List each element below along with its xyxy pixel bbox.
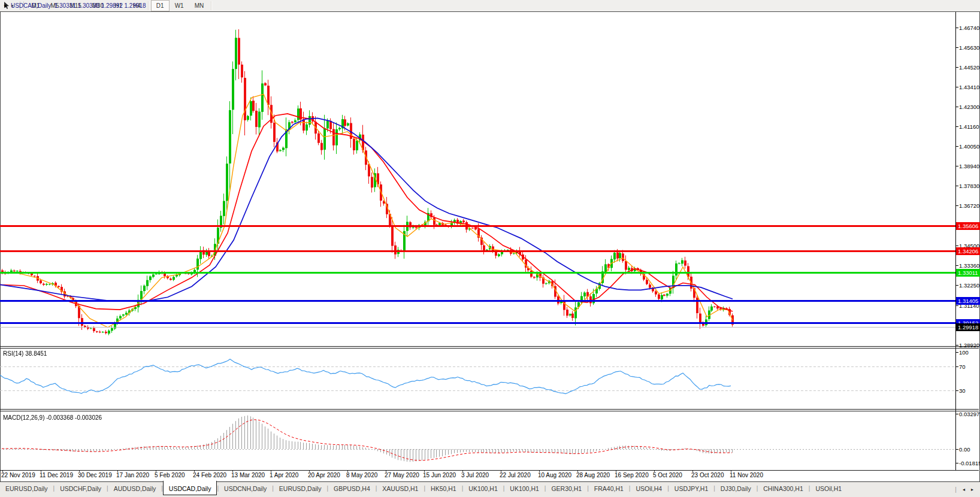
- date-label: 27 May 2020: [385, 472, 419, 478]
- date-label: 11 Dec 2019: [40, 472, 73, 478]
- chart-tab-xauusd-h1[interactable]: XAUUSD,H1: [377, 482, 424, 495]
- date-label: 23 Oct 2020: [691, 472, 724, 478]
- price-tickmark: [956, 246, 958, 246]
- date-label: 8 May 2020: [346, 472, 377, 478]
- price-tickmark: [956, 265, 958, 266]
- chart-tab-usoil-h1[interactable]: USOil,H1: [810, 482, 847, 495]
- chart-tab-usdcad-daily[interactable]: USDCAD,Daily: [163, 481, 217, 495]
- price-tickmark: [956, 205, 958, 206]
- toolbar-separator: [148, 1, 149, 10]
- hline-1.30152[interactable]: [0, 322, 955, 324]
- date-label: 1 Apr 2020: [270, 472, 298, 478]
- date-label: 22 Jul 2020: [500, 472, 531, 478]
- price-tick-label: 1.42300: [959, 104, 979, 110]
- hline-1.34206[interactable]: [0, 250, 955, 252]
- price-tickmark: [956, 87, 958, 87]
- date-label: 13 Mar 2020: [231, 472, 265, 478]
- indicator-tick-label: 30: [959, 387, 966, 394]
- mt4-app: { "toolbar": { "cursor_caret": "▾", "tim…: [0, 0, 980, 497]
- chart-tab-uk100-h1[interactable]: UK100,H1: [463, 482, 503, 495]
- price-tickmark: [956, 28, 958, 28]
- price-tickmark: [956, 345, 958, 346]
- price-tickmark: [956, 146, 958, 147]
- price-tickmark: [956, 47, 958, 48]
- chart-tab-usdcnh-daily[interactable]: USDCNH,Daily: [219, 482, 272, 495]
- price-tick-label: 1.28920: [959, 342, 979, 348]
- chart-tab-ger30-h1[interactable]: GER30,H1: [546, 482, 587, 495]
- date-label: 15 Jun 2020: [423, 472, 456, 478]
- indicator-tickmark: [956, 463, 958, 463]
- hline-1.35606[interactable]: [0, 225, 955, 227]
- price-tickmark: [956, 126, 958, 127]
- chart-tab-eurusd-daily[interactable]: EURUSD,Daily: [0, 482, 53, 495]
- date-label: 30 Dec 2019: [78, 472, 112, 478]
- chart-tab-hk50-h1[interactable]: HK50,H1: [425, 482, 462, 495]
- chart-tab-eurusd-daily[interactable]: EURUSD,Daily: [274, 482, 327, 495]
- chart-tab-dj30-daily[interactable]: DJ30,Daily: [715, 482, 757, 495]
- indicator-tick-label: 100: [959, 349, 969, 356]
- macd-indicator-canvas[interactable]: [0, 411, 955, 470]
- price-tick-label: 1.40050: [959, 143, 979, 150]
- indicator-tick-label: 70: [959, 363, 966, 370]
- tab-scroll-left-icon[interactable]: ◂: [960, 487, 968, 492]
- pane-separator[interactable]: [0, 348, 979, 348]
- indicator-tick-label: 0.032972: [959, 411, 980, 417]
- price-tick-label: 1.37830: [959, 183, 979, 189]
- indicator-tickmark: [956, 366, 958, 367]
- chart-tab-gbpusd-h4[interactable]: GBPUSD,H4: [328, 482, 376, 495]
- timeframe-toolbar: ▾ M1M5M15M30H1H4D1W1MN: [0, 0, 980, 12]
- rsi-label: RSI(14) 38.8451: [3, 350, 47, 357]
- date-label: 20 Apr 2020: [308, 472, 340, 478]
- pane-separator[interactable]: [0, 409, 979, 410]
- price-box-1.29918: 1.29918: [956, 323, 980, 331]
- macd-label: MACD(12,26,9) -0.003368 -0.003026: [3, 414, 102, 421]
- chart-ohlc-quotes: 1.30331 1.30338 1.29892 1.29918: [55, 2, 146, 9]
- indicator-tick-label: -0.01815: [959, 460, 980, 466]
- price-box-1.33011: 1.33011: [956, 269, 980, 277]
- price-tick-label: 1.44520: [959, 64, 979, 71]
- date-label: 16 Sep 2020: [615, 472, 649, 478]
- main-chart-canvas[interactable]: [0, 13, 955, 346]
- chart-tab-audusd-daily[interactable]: AUDUSD,Daily: [108, 482, 162, 495]
- price-tick-label: 1.38940: [959, 163, 979, 169]
- collapse-chart-icon[interactable]: ▼: [3, 4, 8, 9]
- chart-tab-china300-h1[interactable]: CHINA300,H1: [758, 482, 809, 495]
- indicator-tick-label: 0.00: [959, 446, 970, 453]
- price-box-1.35606: 1.35606: [956, 222, 980, 230]
- price-tickmark: [956, 166, 958, 166]
- date-label: 17 Jan 2020: [116, 472, 149, 478]
- timeframe-button-mn[interactable]: MN: [189, 0, 210, 11]
- price-box-1.31405: 1.31405: [956, 297, 980, 305]
- rsi-indicator-canvas[interactable]: [0, 348, 955, 409]
- chart-tab-usdjpy-h1[interactable]: USDJPY,H1: [669, 482, 713, 495]
- hline-1.29918[interactable]: [0, 327, 955, 328]
- toolbar-separator: [211, 1, 212, 10]
- chart-tab-usoil-h4[interactable]: USOil,H4: [630, 482, 667, 495]
- date-label: 5 Oct 2020: [653, 472, 682, 478]
- price-tickmark: [956, 107, 958, 107]
- price-box-1.34206: 1.34206: [956, 247, 980, 255]
- tab-scroll-right-icon[interactable]: ▸: [968, 487, 976, 492]
- indicator-tickmark: [956, 390, 958, 391]
- price-tick-label: 1.43410: [959, 84, 979, 90]
- chart-tab-uk100-h1[interactable]: UK100,H1: [504, 482, 544, 495]
- pane-separator[interactable]: [0, 411, 979, 411]
- date-label: 5 Feb 2020: [155, 472, 185, 478]
- price-tickmark: [956, 186, 958, 186]
- hline-1.33011[interactable]: [0, 272, 955, 274]
- pane-separator: [0, 470, 979, 471]
- price-tick-label: 1.41160: [959, 123, 979, 130]
- date-label: 22 Nov 2019: [1, 472, 35, 478]
- timeframe-button-w1[interactable]: W1: [170, 0, 189, 11]
- pane-separator[interactable]: [0, 346, 979, 347]
- hline-1.31405[interactable]: [0, 300, 955, 302]
- chart-tab-fra40-h1[interactable]: FRA40,H1: [589, 482, 629, 495]
- price-tickmark: [956, 305, 958, 306]
- date-label: 10 Aug 2020: [538, 472, 571, 478]
- chart-tab-usdchf-daily[interactable]: USDCHF,Daily: [55, 482, 107, 495]
- date-label: 24 Feb 2020: [193, 472, 226, 478]
- price-tick-label: 1.36720: [959, 202, 979, 209]
- timeframe-button-d1[interactable]: D1: [151, 0, 170, 11]
- chart-tab-bar: EURUSD,Daily|USDCHF,Daily|AUDUSD,Daily|U…: [0, 481, 980, 497]
- tab-scroll-controls: | ◂ ▸: [952, 481, 976, 497]
